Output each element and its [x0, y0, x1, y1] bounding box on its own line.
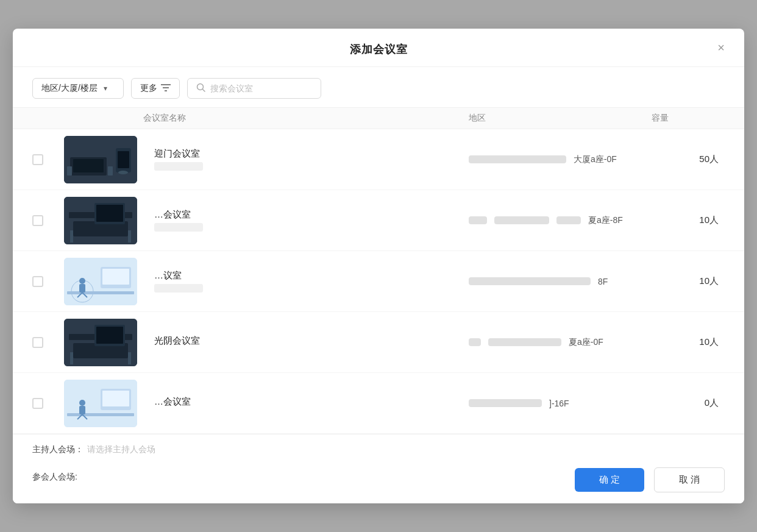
location-cell-2: 夏a座-8F [469, 215, 652, 226]
row-checkbox-1[interactable] [32, 154, 43, 165]
search-icon [196, 83, 205, 94]
add-room-modal: 添加会议室 × 地区/大厦/楼层 ▾ 更多 [13, 29, 744, 503]
svg-rect-23 [102, 269, 129, 285]
table-row: …会议室 夏a座-8F 10人 [13, 190, 744, 251]
confirm-button[interactable]: 确 定 [575, 468, 644, 492]
cancel-button[interactable]: 取 消 [654, 467, 725, 492]
capacity-cell-4: 10人 [652, 336, 725, 348]
svg-rect-35 [96, 327, 123, 344]
row-checkbox-4[interactable] [32, 337, 43, 348]
room-thumbnail-4 [64, 319, 137, 366]
location-filter-dropdown[interactable]: 地区/大厦/楼层 ▾ [32, 78, 124, 99]
location-cell-4: 夏a座-0F [469, 337, 652, 348]
svg-point-12 [118, 171, 128, 174]
svg-rect-8 [67, 166, 72, 176]
svg-point-25 [79, 278, 85, 284]
modal-footer: 主持人会场： 请选择主持人会场 参会人会场: 确 定 取 消 [13, 434, 744, 503]
room-name-cell-4: 光阴会议室 [143, 335, 469, 349]
room-thumbnail-5 [64, 380, 137, 427]
location-suffix-4: 夏a座-0F [569, 337, 603, 348]
table-row: 光阴会议室 夏a座-0F 10人 [13, 312, 744, 373]
footer-actions: 确 定 取 消 [87, 467, 725, 492]
location-blur-2c [556, 216, 581, 224]
room-sub-2 [154, 223, 203, 232]
header-location: 地区 [469, 113, 652, 124]
modal-header: 添加会议室 × [13, 29, 744, 67]
location-blur-5 [469, 399, 542, 407]
location-suffix-1: 大厦a座-0F [574, 154, 617, 165]
svg-point-40 [79, 400, 85, 406]
more-filter-button[interactable]: 更多 [131, 78, 180, 99]
svg-rect-17 [128, 230, 131, 243]
svg-rect-19 [96, 205, 123, 222]
svg-rect-11 [118, 151, 129, 168]
room-name-cell-1: 迎门会议室 [143, 148, 469, 171]
location-blur-2b [494, 216, 549, 224]
svg-rect-26 [79, 284, 85, 293]
location-blur-2a [469, 216, 487, 224]
room-name-4: 光阴会议室 [154, 335, 469, 347]
room-sub-3 [154, 284, 203, 293]
location-cell-3: 8F [469, 277, 652, 286]
more-filter-label: 更多 [140, 83, 157, 94]
location-blur-1 [469, 155, 566, 163]
svg-rect-33 [128, 352, 131, 364]
table-row: …议室 8F 10人 [13, 251, 744, 312]
room-name-3: …议室 [154, 270, 469, 282]
close-button[interactable]: × [715, 39, 727, 56]
host-label: 主持人会场： [32, 444, 87, 455]
room-name-cell-3: …议室 [143, 270, 469, 293]
header-name: 会议室名称 [143, 113, 469, 124]
modal-title: 添加会议室 [350, 42, 408, 57]
capacity-cell-2: 10人 [652, 215, 725, 226]
chevron-down-icon: ▾ [104, 84, 107, 93]
location-filter-label: 地区/大厦/楼层 [41, 83, 98, 94]
table-header: 会议室名称 地区 容量 [13, 107, 744, 129]
room-name-2: …会议室 [154, 209, 469, 221]
room-thumbnail-1 [64, 136, 137, 183]
svg-rect-16 [70, 230, 73, 243]
svg-rect-21 [67, 291, 134, 294]
table-row: 迎门会议室 大厦a座-0F 50人 [13, 129, 744, 190]
svg-rect-39 [102, 391, 129, 406]
svg-rect-9 [108, 166, 113, 176]
room-thumbnail-3 [64, 258, 137, 305]
capacity-cell-1: 50人 [652, 154, 725, 165]
svg-line-4 [203, 90, 205, 92]
header-capacity: 容量 [652, 113, 725, 124]
table-row: …会议室 ]-16F 0人 [13, 373, 744, 434]
row-checkbox-3[interactable] [32, 276, 43, 287]
capacity-cell-3: 10人 [652, 275, 725, 287]
svg-rect-7 [73, 159, 104, 172]
location-blur-4a [469, 338, 481, 346]
capacity-cell-5: 0人 [652, 397, 725, 409]
location-suffix-5: ]-16F [549, 399, 569, 408]
room-name-5: …会议室 [154, 396, 469, 408]
host-row: 主持人会场： 请选择主持人会场 [32, 444, 725, 455]
location-blur-3 [469, 277, 591, 285]
location-blur-4b [488, 338, 561, 346]
participant-row: 参会人会场: 确 定 取 消 [32, 461, 725, 492]
room-thumbnail-2 [64, 197, 137, 244]
room-name-cell-2: …会议室 [143, 209, 469, 232]
row-checkbox-5[interactable] [32, 398, 43, 409]
modal-overlay: 添加会议室 × 地区/大厦/楼层 ▾ 更多 [0, 0, 757, 532]
table-body: 迎门会议室 大厦a座-0F 50人 [13, 129, 744, 434]
svg-rect-37 [67, 413, 134, 416]
toolbar: 地区/大厦/楼层 ▾ 更多 [13, 67, 744, 107]
row-checkbox-2[interactable] [32, 215, 43, 226]
room-sub-1 [154, 162, 203, 171]
room-name-1: 迎门会议室 [154, 148, 469, 160]
location-cell-1: 大厦a座-0F [469, 154, 652, 165]
svg-rect-32 [70, 352, 73, 364]
participant-label: 参会人会场: [32, 472, 87, 483]
svg-rect-41 [79, 406, 85, 414]
location-suffix-3: 8F [598, 277, 608, 286]
search-input[interactable] [210, 83, 312, 93]
location-cell-5: ]-16F [469, 399, 652, 408]
host-value: 请选择主持人会场 [87, 444, 155, 455]
search-box[interactable] [187, 78, 321, 99]
room-name-cell-5: …会议室 [143, 396, 469, 410]
filter-icon [161, 83, 171, 94]
location-suffix-2: 夏a座-8F [588, 215, 623, 226]
